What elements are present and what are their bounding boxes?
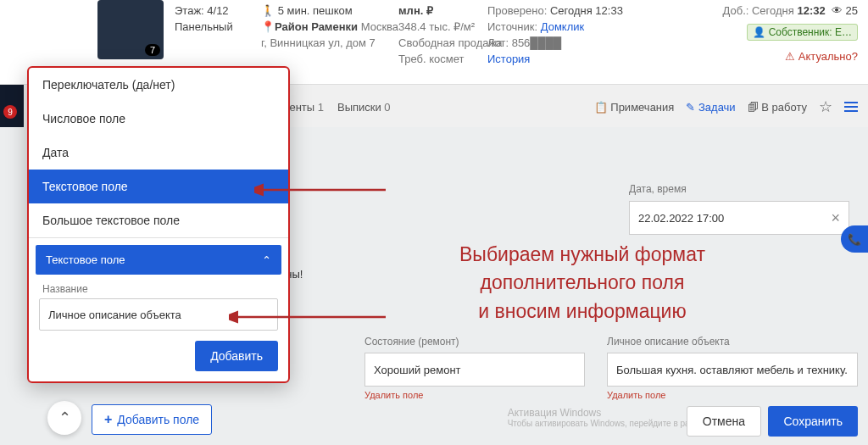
- datetime-label: Дата, время: [629, 183, 687, 195]
- listing-photo[interactable]: 7: [97, 0, 164, 59]
- actual-link[interactable]: ⚠ Актуально?: [723, 49, 858, 65]
- collapse-header[interactable]: Текстовое поле⌄: [36, 245, 281, 275]
- notif-badge: 9: [3, 105, 17, 119]
- col-right: Доб.: Сегодня 12:32 👁 25 👤 Собственник: …: [723, 3, 858, 65]
- delete-field-2[interactable]: Удалить поле: [607, 390, 665, 400]
- chevron-up-icon: ⌄: [262, 253, 271, 266]
- add-button[interactable]: Добавить: [195, 341, 278, 371]
- option-toggle[interactable]: Переключатель (да/нет): [29, 68, 288, 102]
- source: Источник: Домклик: [487, 19, 623, 36]
- cancel-button[interactable]: Отмена: [687, 406, 761, 437]
- field-state-label: Состояние (ремонт): [364, 336, 459, 348]
- field-desc-input[interactable]: Большая кухня. оставляют мебель и техник…: [607, 353, 858, 387]
- datetime-input[interactable]: 22.02.2022 17:00 ×: [629, 201, 849, 235]
- tab-tasks[interactable]: ✎ Задачи: [686, 101, 735, 114]
- menu-icon[interactable]: [844, 99, 858, 114]
- added: Доб.: Сегодня 12:32 👁 25: [723, 3, 858, 19]
- col-location: 🚶 5 мин. пешком 📍Район Раменки Москва г,…: [261, 3, 398, 52]
- delete-field-1[interactable]: Удалить поле: [364, 390, 423, 400]
- tab-extracts[interactable]: Выписки 0: [337, 101, 391, 114]
- scroll-up-button[interactable]: ⌃: [47, 401, 81, 435]
- name-input[interactable]: Личное описание объекта: [39, 298, 278, 331]
- checked: Проверено: Сегодня 12:33: [487, 3, 623, 19]
- field-desc-label: Личное описание объекта: [607, 336, 730, 348]
- save-button[interactable]: Сохранить: [768, 406, 858, 437]
- tab-bar: Конкуренты 1 Выписки 0 📋 Примечания ✎ За…: [254, 97, 858, 116]
- tab-towork[interactable]: 🗐 В работу: [748, 101, 807, 114]
- field-type-popup: Переключатель (да/нет) Числовое поле Дат…: [27, 66, 290, 383]
- name-label: Название: [42, 283, 275, 295]
- add-field-button[interactable]: +Добавить поле: [92, 404, 212, 435]
- district: 📍Район Раменки Москва: [261, 19, 398, 36]
- option-text[interactable]: Текстовое поле: [29, 170, 288, 203]
- option-date[interactable]: Дата: [29, 136, 288, 170]
- clear-icon[interactable]: ×: [831, 209, 840, 227]
- datetime-value: 22.02.2022 17:00: [638, 212, 724, 225]
- option-bigtext[interactable]: Большое текстовое поле: [29, 203, 288, 238]
- walk-time: 🚶 5 мин. пешком: [261, 3, 398, 19]
- star-icon[interactable]: ☆: [819, 97, 832, 116]
- col-meta: Проверено: Сегодня 12:33 Источник: Домкл…: [487, 3, 623, 67]
- col-floor: Этаж: 4/12 Панельный: [175, 3, 233, 36]
- call-fab[interactable]: 📞: [841, 225, 868, 253]
- option-number[interactable]: Числовое поле: [29, 102, 288, 136]
- lot: Лот: 856████: [487, 36, 623, 52]
- photo-count-badge: 7: [145, 44, 160, 56]
- owner-badge[interactable]: 👤 Собственник: Е…: [747, 24, 858, 41]
- tab-notes[interactable]: 📋 Примечания: [594, 101, 675, 114]
- field-state-input[interactable]: Хороший ремонт: [364, 353, 585, 387]
- address: г, Винницкая ул, дом 7: [261, 36, 398, 52]
- history-link[interactable]: История: [487, 52, 623, 68]
- floor-text: Этаж: 4/12: [175, 3, 233, 19]
- build-type: Панельный: [175, 19, 233, 36]
